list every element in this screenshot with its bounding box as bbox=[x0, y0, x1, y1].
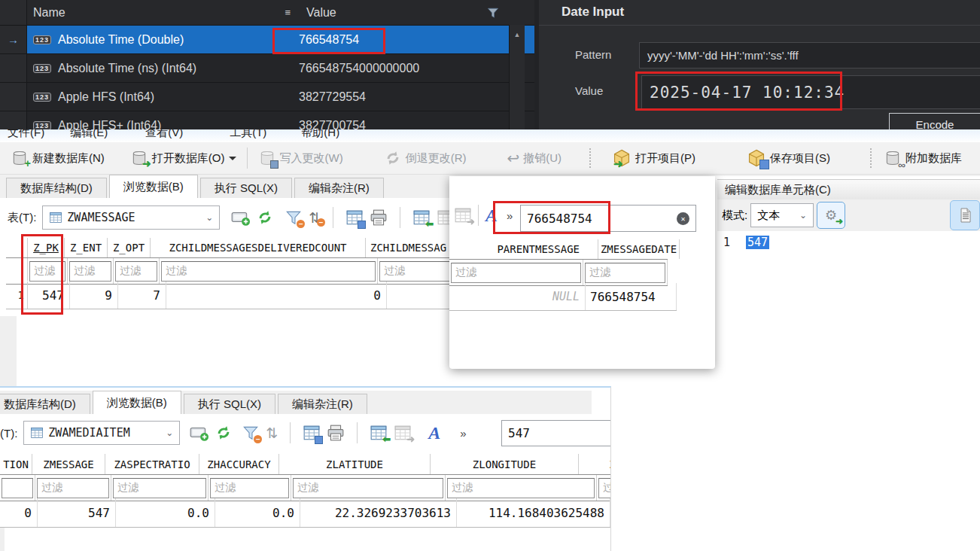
cell[interactable]: 7665 bbox=[610, 498, 611, 527]
scroll-up-icon[interactable]: ▲ bbox=[510, 25, 525, 38]
column-header[interactable]: ZMESSAGE bbox=[32, 454, 105, 474]
cell-count[interactable]: 0 bbox=[166, 282, 387, 309]
open-project-button[interactable]: ➜ 打开项目(P) bbox=[607, 145, 700, 171]
full-editor-toggle-button[interactable] bbox=[950, 200, 980, 230]
column-header[interactable]: ZLONGITUDE bbox=[431, 454, 579, 474]
open-database-button[interactable]: ➜ 打开数据库(O) bbox=[126, 146, 241, 170]
column-header[interactable]: Z_OPT bbox=[108, 238, 151, 257]
filter-input[interactable]: 过滤 bbox=[37, 478, 109, 498]
clear-filters-button[interactable]: − bbox=[242, 424, 260, 442]
new-database-button[interactable]: + 新建数据库(N) bbox=[6, 146, 109, 170]
filter-input[interactable]: 过滤 bbox=[451, 263, 581, 283]
filter-input[interactable]: 过滤 bbox=[69, 261, 111, 282]
decoder-row[interactable]: 123Absolute Time (ns) (Int64) 7665487540… bbox=[0, 54, 534, 83]
save-results-button[interactable] bbox=[303, 424, 321, 442]
column-header[interactable]: PARENTMESSAGE bbox=[449, 239, 598, 259]
tab-execute-sql[interactable]: 执行 SQL(X) bbox=[184, 394, 275, 414]
cell-zaspectratio[interactable]: 0.0 bbox=[116, 498, 215, 527]
date-value-input[interactable]: 2025-04-17 10:12:34 bbox=[641, 75, 980, 109]
column-header[interactable]: ZASPECTRATIO bbox=[105, 454, 199, 474]
cell-parentmessage[interactable]: NULL bbox=[449, 283, 586, 310]
apply-mode-button[interactable]: ⚙ ➜ bbox=[817, 202, 845, 229]
table-select-combobox[interactable]: ZWAMESSAGE ⌄ bbox=[42, 205, 220, 230]
column-header[interactable]: TION bbox=[0, 454, 32, 474]
cell-zmessage[interactable]: 547 bbox=[38, 498, 116, 527]
tab-edit-pragmas[interactable]: 编辑杂注(R) bbox=[278, 394, 367, 414]
filter-input[interactable]: 过滤 bbox=[293, 478, 443, 498]
clear-filters-button[interactable]: − bbox=[285, 209, 303, 227]
insert-values-button[interactable]: ⬅ bbox=[370, 424, 388, 442]
revert-changes-button[interactable]: 倒退更改(R) bbox=[379, 146, 471, 170]
filter-input[interactable]: 过滤 bbox=[29, 261, 65, 282]
column-header[interactable]: ZMESSAGEDATE bbox=[598, 239, 680, 259]
refresh-button[interactable] bbox=[256, 209, 274, 227]
filter-input[interactable]: 过滤 bbox=[210, 478, 289, 498]
save-results-button[interactable] bbox=[345, 209, 364, 227]
cell-editor-value[interactable]: 547 bbox=[746, 236, 769, 249]
mode-combobox[interactable]: 文本 ⌄ bbox=[750, 203, 814, 227]
table-select-combobox[interactable]: ZWAMEDIAITEM ⌄ bbox=[23, 421, 180, 445]
tab-browse-data[interactable]: 浏览数据(B) bbox=[93, 391, 181, 414]
filter-input[interactable]: 过滤 bbox=[113, 478, 206, 498]
undo-button[interactable]: ↩ 撤销(U) bbox=[502, 148, 566, 169]
cell-zmessagedate[interactable]: 766548754 bbox=[586, 283, 677, 310]
new-record-button[interactable] bbox=[230, 209, 250, 227]
write-changes-button[interactable]: 写入更改(W) bbox=[254, 146, 348, 170]
print-button[interactable] bbox=[327, 424, 345, 442]
filter-funnel-icon[interactable] bbox=[486, 6, 500, 20]
cell-zent[interactable]: 9 bbox=[70, 282, 118, 309]
font-button[interactable]: A bbox=[485, 206, 498, 224]
cell-zpk[interactable]: 547 bbox=[28, 282, 70, 309]
decoder-col-value[interactable]: Value bbox=[306, 6, 336, 20]
cell-editor-text-area[interactable]: 1 547 bbox=[717, 231, 980, 385]
cell-zlongitude[interactable]: 114.168403625488 bbox=[457, 498, 610, 527]
overflow-chevron-icon[interactable]: » bbox=[460, 427, 466, 440]
font-button[interactable]: A bbox=[428, 424, 440, 442]
overflow-chevron-icon[interactable]: » bbox=[507, 209, 513, 222]
clear-search-icon[interactable]: ✕ bbox=[677, 212, 689, 225]
column-header[interactable]: Z_ENT bbox=[65, 238, 108, 257]
clear-sort-button[interactable]: ⇅ bbox=[266, 426, 278, 440]
encode-button[interactable]: Encode bbox=[889, 113, 980, 129]
attach-database-button[interactable]: ∞ 附加数据库 bbox=[879, 146, 966, 170]
filter-input[interactable]: 过滤 bbox=[585, 263, 665, 283]
print-button[interactable] bbox=[370, 209, 388, 227]
filter-input[interactable]: 过滤 bbox=[598, 478, 611, 498]
cell-zlatitude[interactable]: 22.3269233703613 bbox=[300, 498, 457, 527]
pattern-combobox[interactable]: yyyy'-'MM'-'dd HH':'mm':'ss'.'fff bbox=[639, 42, 980, 68]
decoder-row-selected[interactable]: → 123Absolute Time (Double) 766548754 bbox=[0, 26, 534, 54]
tab-db-structure[interactable]: 数据库结构(D) bbox=[0, 394, 90, 414]
filter-input[interactable] bbox=[2, 478, 33, 498]
column-header[interactable]: Z bbox=[579, 454, 611, 474]
cell-zopt[interactable]: 7 bbox=[118, 282, 166, 309]
insert-values-button[interactable]: ⬅ bbox=[412, 209, 431, 227]
column-header[interactable]: ZCHILDMESSAGESDELIVEREDCOUNT bbox=[151, 238, 366, 257]
tab-execute-sql[interactable]: 执行 SQL(X) bbox=[200, 178, 292, 198]
refresh-button[interactable] bbox=[215, 424, 233, 442]
tab-browse-data[interactable]: 浏览数据(B) bbox=[109, 175, 198, 198]
clear-sort-button[interactable]: ⇅− bbox=[309, 211, 321, 225]
export-values-button[interactable]: ➜ bbox=[394, 424, 412, 442]
new-record-button[interactable] bbox=[189, 424, 208, 442]
decoder-col-name[interactable]: Name bbox=[33, 6, 65, 20]
export-values-button[interactable]: ➜ bbox=[454, 206, 472, 224]
bottom-search-input[interactable]: 547 bbox=[501, 420, 611, 446]
dropdown-caret-icon[interactable] bbox=[229, 157, 236, 164]
decoder-row[interactable]: 123Apple HFS+ (Int64) 3827700754 bbox=[0, 111, 534, 129]
tab-edit-pragmas[interactable]: 编辑杂注(R) bbox=[294, 178, 384, 198]
toolbar-grip[interactable] bbox=[589, 148, 592, 169]
column-header[interactable]: Z_PK bbox=[28, 238, 65, 257]
column-header[interactable]: ZHACCURACY bbox=[199, 454, 279, 474]
sort-icon[interactable]: ≡ bbox=[285, 7, 291, 18]
popup-search-input[interactable]: 766548754 ✕ bbox=[520, 205, 696, 232]
toolbar-grip[interactable] bbox=[869, 148, 873, 169]
column-header[interactable]: ZLATITUDE bbox=[279, 454, 431, 474]
filter-input[interactable]: 过滤 bbox=[161, 261, 376, 282]
decoder-row[interactable]: 123Apple HFS (Int64) 3827729554 bbox=[0, 83, 534, 111]
save-project-button[interactable]: 保存项目(S) bbox=[742, 145, 835, 171]
tab-db-structure[interactable]: 数据库结构(D) bbox=[6, 178, 107, 198]
filter-input[interactable]: 过滤 bbox=[447, 478, 595, 498]
cell[interactable]: 0 bbox=[0, 498, 38, 527]
decoder-scrollbar[interactable]: ▲ bbox=[509, 25, 525, 129]
filter-input[interactable]: 过滤 bbox=[115, 261, 157, 282]
